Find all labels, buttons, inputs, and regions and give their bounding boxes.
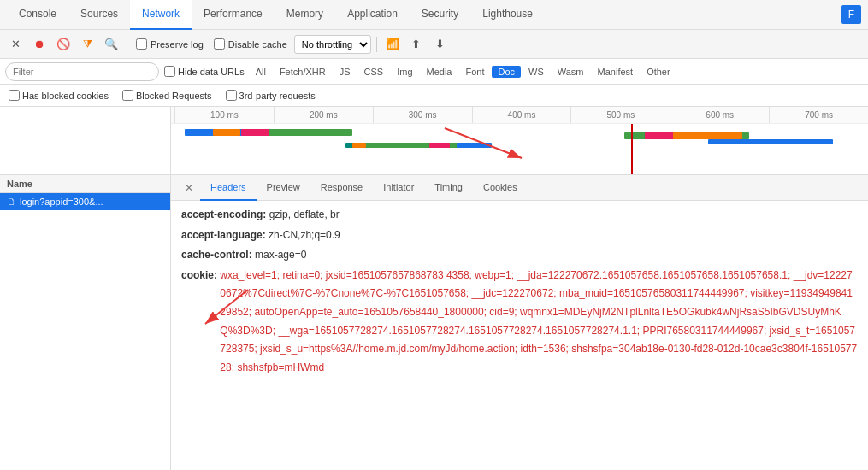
accept-language-key: accept-language:	[181, 226, 266, 245]
detail-tab-initiator[interactable]: Initiator	[373, 175, 424, 201]
ruler-mark-600: 600 ms	[670, 107, 769, 123]
tab-bar: Console Sources Network Performance Memo…	[0, 0, 868, 30]
far-right-btn[interactable]: F	[841, 5, 861, 24]
filter-all[interactable]: All	[250, 66, 272, 78]
filter-doc[interactable]: Doc	[492, 66, 521, 78]
tab-lighthouse[interactable]: Lighthouse	[470, 0, 545, 30]
file-panel: Name 🗋 login?appid=300&...	[0, 175, 171, 470]
header-accept-encoding: accept-encoding: gzip, deflate, br	[181, 206, 858, 225]
file-item-login[interactable]: 🗋 login?appid=300&...	[0, 193, 170, 210]
filter-fetch-xhr[interactable]: Fetch/XHR	[274, 66, 332, 78]
upload-btn[interactable]: ⬆	[406, 34, 427, 55]
cookie-key: cookie:	[181, 267, 217, 285]
tab-application[interactable]: Application	[335, 0, 410, 30]
header-cookie: cookie: wxa_level=1; retina=0; jxsid=165…	[181, 267, 858, 378]
bar-blue-3	[708, 139, 834, 144]
ruler-mark-300: 300 ms	[373, 107, 472, 123]
blocked-bar: Has blocked cookies Blocked Requests 3rd…	[0, 85, 868, 107]
tab-network[interactable]: Network	[130, 0, 192, 30]
tab-memory[interactable]: Memory	[275, 0, 335, 30]
blocked-requests-checkbox[interactable]	[122, 90, 133, 101]
detail-tab-response[interactable]: Response	[310, 175, 374, 201]
accept-encoding-value: gzip, deflate, br	[269, 206, 858, 225]
filter-font[interactable]: Font	[459, 66, 490, 78]
divider-1	[127, 37, 127, 52]
bar-pink-2	[429, 143, 450, 148]
file-panel-header: Name	[0, 175, 170, 193]
detail-tab-cookies[interactable]: Cookies	[473, 175, 528, 201]
filter-input[interactable]	[13, 67, 151, 77]
hide-data-urls-label[interactable]: Hide data URLs	[164, 66, 245, 77]
timeline-ruler: 100 ms 200 ms 300 ms 400 ms 500 ms 600 m…	[171, 107, 868, 124]
red-line	[631, 124, 633, 174]
filter-other[interactable]: Other	[641, 66, 676, 78]
preserve-log-checkbox[interactable]	[136, 38, 147, 50]
timeline-left	[0, 107, 171, 174]
filter-ws[interactable]: WS	[523, 66, 550, 78]
filter-css[interactable]: CSS	[358, 66, 390, 78]
clear-btn[interactable]: 🚫	[53, 34, 74, 55]
throttle-select[interactable]: No throttling	[294, 35, 371, 54]
divider-2	[376, 37, 377, 52]
detail-tab-timing[interactable]: Timing	[424, 175, 473, 201]
hide-data-urls-checkbox[interactable]	[164, 66, 175, 77]
bar-orange-3	[673, 132, 743, 139]
filter-img[interactable]: Img	[391, 66, 418, 78]
ruler-mark-200: 200 ms	[274, 107, 373, 123]
header-cache-control: cache-control: max-age=0	[181, 246, 858, 265]
accept-encoding-key: accept-encoding:	[181, 206, 266, 225]
tab-performance[interactable]: Performance	[192, 0, 275, 30]
ruler-mark-100: 100 ms	[174, 107, 274, 123]
filter-btn[interactable]: ⧩	[77, 34, 97, 55]
tab-security[interactable]: Security	[410, 0, 470, 30]
download-btn[interactable]: ⬇	[430, 34, 451, 55]
filter-js[interactable]: JS	[334, 66, 357, 78]
filter-bar: Hide data URLs All Fetch/XHR JS CSS Img …	[0, 59, 868, 85]
filter-type-btns: All Fetch/XHR JS CSS Img Media Font Doc …	[250, 66, 676, 78]
close-devtools-btn[interactable]: ✕	[5, 34, 26, 55]
header-content: accept-encoding: gzip, deflate, br accep…	[171, 201, 868, 384]
tab-console[interactable]: Console	[7, 0, 68, 30]
ruler-mark-700: 700 ms	[769, 107, 868, 123]
timeline-area: 100 ms 200 ms 300 ms 400 ms 500 ms 600 m…	[0, 107, 868, 175]
wifi-icon[interactable]: 📶	[382, 34, 403, 55]
preserve-log-label[interactable]: Preserve log	[133, 38, 207, 50]
cache-control-value: max-age=0	[255, 246, 858, 265]
disable-cache-checkbox[interactable]	[214, 38, 225, 50]
file-icon: 🗋	[7, 197, 16, 207]
cache-control-key: cache-control:	[181, 246, 252, 265]
accept-language-value: zh-CN,zh;q=0.9	[269, 226, 858, 245]
filter-input-wrap	[5, 62, 159, 81]
has-blocked-label[interactable]: Has blocked cookies	[9, 90, 109, 101]
third-party-label[interactable]: 3rd-party requests	[226, 90, 316, 101]
filter-wasm[interactable]: Wasm	[552, 66, 590, 78]
detail-tab-headers[interactable]: Headers	[200, 175, 257, 201]
ruler-mark-400: 400 ms	[472, 107, 571, 123]
tab-sources[interactable]: Sources	[68, 0, 130, 30]
bar-orange-2	[352, 143, 366, 148]
bar-blue-2	[457, 143, 492, 148]
detail-close-btn[interactable]: ✕	[178, 182, 200, 194]
has-blocked-checkbox[interactable]	[9, 90, 20, 101]
filter-manifest[interactable]: Manifest	[592, 66, 640, 78]
bar-orange-1	[213, 129, 241, 136]
detail-tab-preview[interactable]: Preview	[257, 175, 310, 201]
filter-media[interactable]: Media	[421, 66, 458, 78]
timeline-right: 100 ms 200 ms 300 ms 400 ms 500 ms 600 m…	[171, 107, 868, 174]
toolbar: ✕ ⏺ 🚫 ⧩ 🔍 Preserve log Disable cache No …	[0, 30, 868, 59]
blocked-requests-label[interactable]: Blocked Requests	[122, 90, 212, 101]
record-btn[interactable]: ⏺	[29, 34, 50, 55]
header-accept-language: accept-language: zh-CN,zh;q=0.9	[181, 226, 858, 245]
disable-cache-label[interactable]: Disable cache	[210, 38, 291, 50]
main-area: Name 🗋 login?appid=300&... ✕ Headers Pre…	[0, 175, 868, 470]
detail-tabs: ✕ Headers Preview Response Initiator Tim…	[171, 175, 868, 201]
ruler-mark-500: 500 ms	[570, 107, 670, 123]
detail-panel: ✕ Headers Preview Response Initiator Tim…	[171, 175, 868, 470]
search-btn[interactable]: 🔍	[101, 34, 121, 55]
bar-green-1	[269, 129, 352, 136]
cookie-value: wxa_level=1; retina=0; jxsid=16510576578…	[220, 267, 858, 378]
third-party-checkbox[interactable]	[226, 90, 237, 101]
waterfall-area[interactable]	[171, 124, 868, 174]
